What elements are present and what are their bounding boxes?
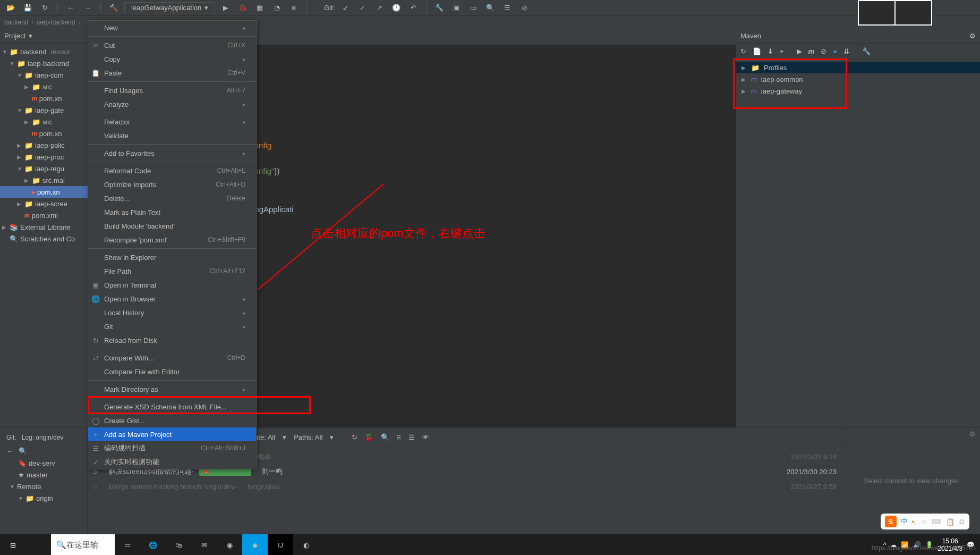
project-header[interactable]: Project ▾ (0, 29, 88, 44)
stop-icon[interactable]: ■ (287, 2, 300, 14)
profile-icon[interactable]: ◔ (270, 2, 283, 14)
list-icon[interactable]: ☰ (408, 433, 415, 441)
git-push-icon[interactable]: ↗ (373, 2, 386, 14)
tree-item[interactable]: ▼📁backendresour (0, 46, 88, 57)
download-icon[interactable]: ⬇ (768, 47, 773, 55)
filter-paths[interactable]: Paths: All (294, 433, 322, 441)
menu-item[interactable]: ⇄Compare With...Ctrl+D (88, 351, 256, 365)
git-history-icon[interactable]: 🕐 (390, 2, 403, 14)
task-view-icon[interactable]: ▭ (115, 534, 140, 555)
menu-item[interactable]: ◯Create Gist... (88, 414, 256, 427)
gear-icon[interactable]: ⚙ (969, 430, 976, 438)
menu-item[interactable]: Add to Favorites▸ (88, 146, 256, 160)
menu-item[interactable]: Analyze▸ (88, 97, 256, 111)
tree-item[interactable]: ▼📁iaep-gate (0, 104, 88, 116)
collapse-icon[interactable]: ⇊ (843, 47, 849, 55)
breadcrumb-item[interactable]: backend (4, 19, 28, 26)
run-config-dropdown[interactable]: leapGetwayApplication ▾ (124, 2, 215, 13)
run-icon[interactable]: ▶ (219, 2, 232, 14)
ime-badge[interactable]: S 中•,☺⌨📋⚙ (881, 514, 969, 529)
ban-icon[interactable]: ⊘ (518, 2, 531, 14)
menu-item[interactable]: ✂CutCtrl+X (88, 38, 256, 52)
menu-item[interactable]: Mark as Plain Text (88, 205, 256, 219)
menu-item[interactable]: Build Module 'backend' (88, 219, 256, 233)
goto-icon[interactable]: ⎘ (397, 433, 401, 441)
gear-icon[interactable]: ⚙ (969, 32, 976, 40)
reload-icon[interactable]: ↻ (740, 47, 746, 55)
menu-item[interactable]: ↻Reload from Disk (88, 333, 256, 347)
window-thumbnails[interactable] (858, 0, 932, 26)
tree-item[interactable]: ▼📁iaep-backend (0, 57, 88, 69)
tree-item[interactable]: ▶📁src.mai (0, 174, 88, 186)
app-icon[interactable]: ◆ (242, 534, 268, 555)
menu-item[interactable]: ✓关闭实时检测功能 (88, 455, 256, 469)
debug-icon[interactable]: 🐞 (236, 2, 249, 14)
menu-item[interactable]: +Add as Maven Project (88, 427, 256, 441)
refresh-icon[interactable]: ↻ (38, 2, 51, 14)
ali-icon[interactable]: ☰ (501, 2, 514, 14)
menu-item[interactable]: Delete...Delete (88, 191, 256, 205)
tree-item[interactable]: ▶📁iaep-scree (0, 198, 88, 209)
edge-icon[interactable]: 🌐 (140, 534, 166, 555)
tree-item[interactable]: ▸pom.xn (0, 186, 88, 198)
commit-row[interactable]: ○Merge remote-tracking branch 'origin/de… (88, 479, 842, 494)
menu-item[interactable]: Compare File with Editor (88, 365, 256, 379)
tree-item[interactable]: ▶📁iaep-proc (0, 151, 88, 163)
menu-item[interactable]: Validate (88, 129, 256, 142)
search-icon[interactable]: 🔍 (19, 447, 27, 455)
branch-item[interactable]: 🔖dev-serv (2, 457, 85, 469)
git-revert-icon[interactable]: ↶ (407, 2, 420, 14)
search-icon[interactable]: 🔍 (484, 2, 497, 14)
tree-item[interactable]: ▶📚External Librarie (0, 221, 88, 233)
search-icon[interactable]: 🔍 (381, 433, 389, 441)
menu-item[interactable]: Find UsagesAlt+F7 (88, 83, 256, 97)
cherry-pick-icon[interactable]: 🍒 (365, 433, 373, 441)
tree-item[interactable]: ▶📁src (0, 116, 88, 128)
generate-icon[interactable]: 📄 (753, 47, 761, 55)
add-icon[interactable]: + (780, 47, 784, 55)
menu-item[interactable]: 📋PasteCtrl+V (88, 66, 256, 80)
ide-icon[interactable]: ▣ (450, 2, 463, 14)
branch-item[interactable]: ★master (2, 469, 85, 481)
save-icon[interactable]: 💾 (21, 2, 34, 14)
hammer-icon[interactable]: 🔨 (107, 2, 120, 14)
tree-item[interactable]: mpom.xml (0, 209, 88, 221)
tree-item[interactable]: ▶📁src (0, 81, 88, 93)
menu-item[interactable]: Copy▸ (88, 52, 256, 66)
menu-item[interactable]: File PathCtrl+Alt+F12 (88, 264, 256, 278)
menu-item[interactable]: Generate XSD Schema from XML File... (88, 400, 256, 414)
git-update-icon[interactable]: ↙ (339, 2, 352, 14)
back-icon[interactable]: ← (6, 447, 13, 455)
origin-item[interactable]: ▼📁origin (2, 492, 85, 504)
window-icon[interactable]: ▭ (467, 2, 480, 14)
run-maven-icon[interactable]: ▶ (797, 47, 802, 55)
tree-item[interactable]: 🔍Scratches and Co (0, 233, 88, 245)
tree-item[interactable]: ▼📁iaep-regu (0, 163, 88, 174)
git-commit-icon[interactable]: ✓ (356, 2, 369, 14)
menu-item[interactable]: Git▸ (88, 319, 256, 333)
mail-icon[interactable]: ✉ (191, 534, 217, 555)
wrench-icon[interactable]: 🔧 (862, 47, 871, 55)
menu-item[interactable]: ▣Open in Terminal (88, 278, 256, 292)
tree-item[interactable]: ▶📁iaep-polic (0, 139, 88, 151)
taskbar-search[interactable]: 🔍 在这里输 (51, 534, 115, 555)
wrench-icon[interactable]: 🔧 (433, 2, 446, 14)
store-icon[interactable]: 🛍 (166, 534, 191, 555)
open-icon[interactable]: 📂 (4, 2, 17, 14)
app2-icon[interactable]: ◐ (293, 534, 319, 555)
tree-item[interactable]: mpom.xn (0, 93, 88, 104)
menu-item[interactable]: Show in Explorer (88, 250, 256, 264)
tree-item[interactable]: mpom.xn (0, 128, 88, 139)
toggle-icon[interactable]: ● (833, 47, 837, 55)
refresh-icon[interactable]: ↻ (352, 433, 357, 441)
menu-item[interactable]: Reformat CodeCtrl+Alt+L (88, 164, 256, 178)
menu-item[interactable]: New▸ (88, 21, 256, 35)
skip-tests-icon[interactable]: ⊘ (821, 47, 826, 55)
eye-icon[interactable]: 👁 (422, 433, 429, 441)
menu-item[interactable]: Recompile 'pom.xml'Ctrl+Shift+F9 (88, 233, 256, 247)
forward-icon[interactable]: → (81, 2, 94, 14)
menu-item[interactable]: Refactor▸ (88, 115, 256, 129)
back-icon[interactable]: ← (64, 2, 77, 14)
menu-item[interactable]: Mark Directory as▸ (88, 382, 256, 396)
menu-item[interactable]: 🌐Open in Browser▸ (88, 292, 256, 306)
